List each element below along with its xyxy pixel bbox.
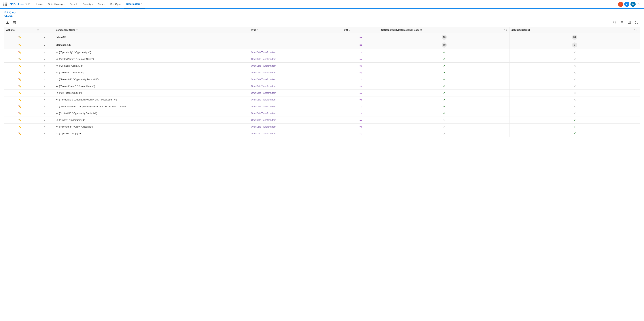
diff-icon[interactable]: ⇆ bbox=[360, 58, 362, 61]
chevron-down-icon: ▾ bbox=[120, 3, 121, 5]
edit-icon[interactable]: ✏️ bbox=[18, 44, 22, 47]
diff-icon[interactable]: ⇆ bbox=[360, 36, 362, 39]
nav-security[interactable]: Security ▾ bbox=[80, 0, 96, 9]
table-row: ✏️›=> {"Contact": "Contact.Id"}OmniDataT… bbox=[4, 63, 640, 69]
svg-rect-19 bbox=[630, 21, 631, 24]
type-cell: OmniDataTransformItem bbox=[249, 130, 342, 137]
diff-icon[interactable]: ⇆ bbox=[360, 112, 362, 115]
col2-cell: 30 bbox=[510, 33, 640, 41]
edit-icon[interactable]: ✏️ bbox=[18, 58, 22, 61]
nav-home[interactable]: Home bbox=[34, 0, 45, 9]
edit-icon[interactable]: ✏️ bbox=[18, 64, 22, 67]
edit-icon[interactable]: ✏️ bbox=[18, 78, 22, 81]
expand-button[interactable]: › bbox=[44, 71, 46, 74]
type-cell: OmniDataTransformItem bbox=[249, 63, 342, 69]
check-icon: ✓ bbox=[443, 98, 446, 102]
expand-button[interactable]: › bbox=[44, 112, 46, 115]
col-header-actions: Actions bbox=[4, 27, 35, 33]
diff-icon[interactable]: ⇆ bbox=[360, 118, 362, 121]
columns-button[interactable] bbox=[626, 19, 632, 25]
help-icon[interactable]: ? bbox=[637, 2, 642, 7]
col1-cell: ✓ bbox=[379, 76, 509, 83]
edit-icon[interactable]: ✏️ bbox=[18, 98, 22, 101]
svg-rect-4 bbox=[5, 4, 6, 5]
x-icon: ✕ bbox=[574, 58, 576, 61]
expand-button[interactable]: › bbox=[44, 118, 46, 122]
diff-icon[interactable]: ⇆ bbox=[360, 64, 362, 67]
table-row: ✏️›=> {"Opportunity": "Opportunity.Id"}O… bbox=[4, 49, 640, 56]
diff-cell: ⇆ bbox=[342, 41, 380, 49]
diff-cell: ⇆ bbox=[342, 56, 380, 63]
diff-cell: ⇆ bbox=[342, 49, 380, 56]
diff-icon[interactable]: ⇆ bbox=[360, 51, 362, 54]
diff-icon[interactable]: ⇆ bbox=[360, 71, 362, 74]
expand-button[interactable]: › bbox=[44, 78, 46, 81]
edit-icon[interactable]: ✏️ bbox=[18, 51, 22, 54]
x-icon: ✕ bbox=[574, 71, 576, 74]
edit-icon[interactable]: ✏️ bbox=[18, 91, 22, 94]
reorder-button[interactable] bbox=[12, 19, 18, 25]
avatar-n[interactable]: N bbox=[618, 2, 623, 7]
download-button[interactable] bbox=[4, 19, 10, 25]
diff-icon[interactable]: ⇆ bbox=[360, 132, 362, 135]
avatar-a[interactable]: A bbox=[624, 2, 630, 7]
edit-icon[interactable]: ✏️ bbox=[18, 71, 22, 74]
table-row: ✏️›=> {"OpptyId": ".Oppty:Id"}OmniDataTr… bbox=[4, 130, 640, 137]
expand-cell: › bbox=[35, 90, 54, 96]
expand-button[interactable]: › bbox=[44, 91, 46, 95]
diff-icon[interactable]: ⇆ bbox=[360, 91, 362, 94]
name-cell: => {"Account": "Account.Id"} bbox=[54, 69, 249, 76]
expand-button[interactable]: › bbox=[44, 58, 46, 61]
expand-button[interactable]: › bbox=[44, 125, 46, 128]
edit-icon[interactable]: ✏️ bbox=[18, 132, 22, 135]
expand-button[interactable]: › bbox=[44, 64, 46, 68]
edit-query-link[interactable]: Edit Query bbox=[4, 11, 16, 14]
nav-dataraptors[interactable]: DataRaptors ▾ bbox=[124, 0, 144, 9]
diff-icon[interactable]: ⇆ bbox=[360, 85, 362, 88]
name-cell: => {"Opportunity": "Opportunity.Id"} bbox=[54, 49, 249, 56]
close-link[interactable]: CLOSE bbox=[4, 15, 640, 17]
expand-cell: › bbox=[35, 56, 54, 63]
svg-rect-7 bbox=[5, 5, 6, 6]
diff-icon[interactable]: ⇆ bbox=[360, 125, 362, 128]
expand-button[interactable]: ▴ bbox=[43, 43, 46, 47]
expand-button[interactable]: › bbox=[44, 51, 46, 54]
nav-search[interactable]: Search bbox=[67, 0, 80, 9]
chevron-down-icon: ▾ bbox=[92, 3, 93, 5]
action-cell: ✏️ bbox=[4, 90, 35, 96]
action-cell: ✏️ bbox=[4, 69, 35, 76]
expand-all-icon[interactable]: ⇔ bbox=[37, 28, 40, 32]
diff-icon[interactable]: ⇆ bbox=[360, 43, 362, 47]
nav-devops[interactable]: Dev Ops ▾ bbox=[108, 0, 124, 9]
col2-cell: ✓ bbox=[510, 117, 640, 123]
diff-icon[interactable]: ⇆ bbox=[360, 78, 362, 81]
edit-icon[interactable]: ✏️ bbox=[18, 119, 22, 121]
expand-button[interactable]: › bbox=[44, 132, 46, 135]
diff-cell: ⇆ bbox=[342, 63, 380, 69]
type-cell: OmniDataTransformItem bbox=[249, 56, 342, 63]
diff-icon[interactable]: ⇆ bbox=[360, 98, 362, 101]
expand-button[interactable]: › bbox=[44, 85, 46, 88]
edit-icon[interactable]: ✏️ bbox=[18, 85, 22, 88]
nav-code[interactable]: Code ▾ bbox=[96, 0, 108, 9]
expand-button[interactable]: ▾ bbox=[43, 36, 46, 39]
expand-button[interactable]: › bbox=[44, 105, 46, 108]
edit-icon[interactable]: ✏️ bbox=[18, 125, 22, 128]
grid-icon[interactable] bbox=[2, 1, 8, 7]
edit-icon[interactable]: ✏️ bbox=[18, 105, 22, 108]
check-icon: ✓ bbox=[443, 111, 446, 115]
fullscreen-button[interactable] bbox=[634, 19, 640, 25]
name-cell: => {"contactId": ".Opportunity:ContactId… bbox=[54, 110, 249, 117]
avatar-linkedin[interactable]: in bbox=[630, 2, 636, 7]
col1-cell: ✓ bbox=[379, 49, 509, 56]
svg-rect-18 bbox=[629, 21, 630, 24]
edit-icon[interactable]: ✏️ bbox=[18, 36, 22, 39]
edit-icon[interactable]: ✏️ bbox=[18, 112, 22, 115]
diff-icon[interactable]: ⇆ bbox=[360, 105, 362, 108]
search-button[interactable] bbox=[612, 19, 618, 25]
filter-button[interactable] bbox=[619, 19, 625, 25]
expand-cell: › bbox=[35, 117, 54, 123]
expand-button[interactable]: › bbox=[44, 98, 46, 101]
col1-cell: ✓ bbox=[379, 69, 509, 76]
nav-object-manager[interactable]: Object Manager bbox=[45, 0, 68, 9]
